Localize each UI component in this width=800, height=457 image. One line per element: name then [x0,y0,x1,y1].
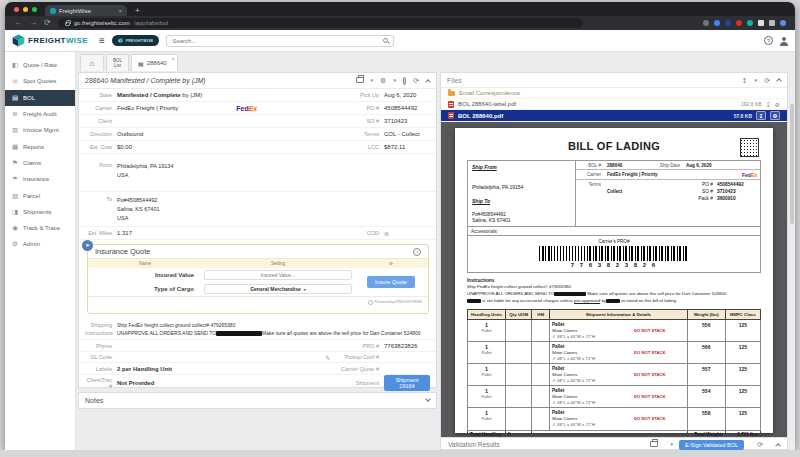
sidebar-item-insurance[interactable]: ☂Insurance [5,171,75,187]
notes-header[interactable]: Notes [79,393,436,408]
sidebar-item-freight-audit[interactable]: ⊜Freight Audit [5,106,75,122]
download-icon[interactable]: ↧ [756,111,766,120]
extension-icon[interactable] [747,20,753,26]
item-nmfc: 125 [725,408,760,430]
field-label: To [85,196,117,202]
global-search[interactable] [166,35,394,47]
sidebar-item-track-trace[interactable]: ◉Track & Trace [5,220,75,236]
new-tab-button[interactable]: + [135,5,140,16]
shipping-line1: Ship FedEx freight collect ground collec… [117,322,430,330]
pdf-item-row: 1Pallet PalletShoe Covers↗ 48"L x 40"W x… [468,342,761,364]
extension-icon[interactable] [736,20,742,26]
insurance-badge-icon[interactable]: ➤ [82,240,93,251]
to-country: USA [117,214,430,223]
tab-bol-list[interactable]: BOLList [106,54,129,71]
esign-validated-bol-button[interactable]: E-Sign Validated BOL [679,440,744,450]
sidebar-item-claims[interactable]: ⚑Claims [5,155,75,171]
collapse-icon[interactable] [425,79,431,85]
insured-value-row: Insured Value [88,268,354,282]
item-weight: 556 [687,320,725,342]
caret-icon[interactable]: ▾ [671,442,674,447]
pdf-preview-area[interactable]: BILL OF LADING Ship From Philadelphia, P… [441,122,787,437]
browser-panel-icon[interactable] [769,20,775,26]
field-row-from: From Philadelphia, PA 19134USA [79,154,436,192]
org-pill-button[interactable]: FREIGHTWISE [112,35,160,46]
edit-icon[interactable]: ✎ [325,354,330,361]
help-icon[interactable]: ? [764,36,773,45]
gear-icon[interactable]: ⚙ [380,77,386,84]
print-menu-caret-icon[interactable]: ▾ [371,78,374,83]
window-controls[interactable] [5,2,45,16]
info-icon[interactable]: i [403,77,406,85]
expand-icon[interactable] [425,396,431,402]
file-row-email-correspondence[interactable]: Email Correspondence [441,88,787,99]
file-row-bol-label-pdf[interactable]: BOL 288640-label.pdf 192.6 KB ↧ ⚙ [441,99,787,110]
bol-panel-header: 288640 Manifested / Complete by (JM) ▾ ⚙… [79,73,436,89]
extension-icon[interactable] [714,20,720,26]
close-window-button[interactable] [14,7,19,12]
sidebar-item-spot-quotes[interactable]: ◎Spot Quotes [5,73,75,89]
sidebar-item-parcel[interactable]: ▧Parcel [5,187,75,203]
files-menu-caret-icon[interactable]: ▾ [755,78,758,83]
tab-288640[interactable]: ▤ 288640 × [131,54,178,71]
sidebar-item-invoice-mgmt[interactable]: ▥Invoice Mgmt. [5,122,75,138]
freightwise-logo[interactable]: FREIGHTWISE [12,34,88,47]
minimize-window-button[interactable] [23,7,28,12]
shipment-button[interactable]: Shipment 29164 [384,375,430,391]
collapse-icon[interactable] [776,78,782,84]
insure-quote-button[interactable]: Insure Quote [367,276,415,288]
close-tab-icon[interactable]: × [118,8,122,14]
print-icon[interactable] [650,441,658,448]
sidebar-item-reports[interactable]: ▦Reports [5,138,75,154]
file-row-bol-pdf-selected[interactable]: BOL 288640.pdf 57.8 KB ↧ ⚙ [441,110,787,122]
field-row-carrier: Carrier FedEx Freight | Priority FedEx P… [79,102,436,115]
profile-avatar[interactable] [780,20,786,26]
forward-icon[interactable]: → [29,19,37,27]
hamburger-menu-icon[interactable]: ≡ [99,35,105,46]
track-trace-icon: ◉ [11,224,19,232]
field-label: Pick Up [340,92,384,98]
close-tab-icon[interactable]: × [172,56,175,62]
extension-icon[interactable] [725,20,731,26]
browser-tab[interactable]: FreightWise × [45,5,127,16]
chevron-down-icon: ▾ [304,287,306,292]
refresh-icon[interactable]: ⟳ [764,77,770,84]
print-icon[interactable] [356,77,364,83]
sidebar-item-quote-rate[interactable]: ◧Quote / Rate [5,57,75,73]
terms-value: COL - Collect [384,131,430,137]
insured-value-input[interactable] [204,270,352,280]
reload-icon[interactable]: ⟳ [44,19,51,27]
refresh-icon[interactable]: ⟳ [413,77,419,84]
gear-icon[interactable]: ⚙ [775,101,780,108]
sidebar-label: Reports [23,144,44,150]
tab-home[interactable]: ⌂ [80,54,104,71]
qr-code [740,138,759,157]
invoice-icon: ▥ [11,126,19,134]
info-icon[interactable]: i [413,248,421,256]
collapse-icon[interactable] [775,443,781,449]
extension-icon[interactable] [703,20,709,26]
sidebar-label: Track & Trace [23,225,60,231]
gear-menu-caret-icon[interactable]: ▾ [393,78,396,83]
address-bar[interactable]: go.freightwiseltc.com/app/tabs/bol [58,18,583,28]
user-icon[interactable] [780,37,788,45]
field-label: Est. Miles [85,230,117,236]
refresh-icon[interactable]: ⟳ [757,441,763,448]
download-icon[interactable]: ↧ [766,101,771,108]
pdf-so: 3710423 [717,188,757,195]
sidebar-item-admin[interactable]: ⚙Admin [5,236,75,252]
url-host: go.freightwiseltc.com [74,20,130,26]
bol-tab-icon: ▤ [138,60,144,67]
sidebar-item-shipments[interactable]: ◨Shipments [5,204,75,220]
browser-panel-icon[interactable] [758,20,764,26]
sidebar-label: Shipments [23,209,51,215]
gear-icon[interactable]: ⚙ [770,111,780,120]
search-icon[interactable] [383,38,388,43]
sidebar-item-bol[interactable]: ▤BOL [5,90,75,106]
scrollbar[interactable] [790,104,794,224]
search-input[interactable] [172,38,383,44]
back-icon[interactable]: ← [14,19,22,27]
maximize-window-button[interactable] [32,7,37,12]
cargo-type-select[interactable]: General Merchandise▾ [204,284,352,294]
upload-icon[interactable]: ↥ [742,77,748,84]
